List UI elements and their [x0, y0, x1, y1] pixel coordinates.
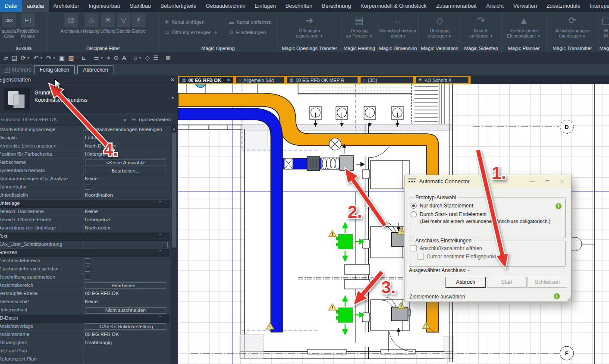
air-terminal-box[interactable] [340, 156, 354, 170]
radio-start-end-element[interactable]: Durch Start- und Endelement [411, 211, 487, 217]
menu-item-ansicht[interactable]: Ansicht [481, 0, 509, 12]
scroll-up-icon[interactable]: ▲ [171, 126, 177, 132]
menu-item-berechnung[interactable]: Berechnung [317, 0, 355, 12]
ribbon-button-nenndurchmesser-ndern[interactable]: ⇔Nenndurchmesserändern [380, 13, 417, 39]
menu-item-k-rpermodell-grundst-ck[interactable]: Körpermodell & Grundstück [356, 0, 432, 12]
property-value[interactable]: Unabhängig [85, 340, 169, 345]
ribbon-button-einstellungen[interactable]: ⚙Einstellungen [229, 29, 271, 35]
menu-item-stahlbau[interactable]: Stahlbau [125, 0, 156, 12]
property-value[interactable]: Bearbeiten... [85, 282, 169, 289]
ribbon-button--bergang-erzeugen[interactable]: ◇Übergangerzeugen ▼ [428, 13, 452, 39]
property-value[interactable] [85, 258, 169, 264]
property-button[interactable]: <Keine Auswahl> [85, 160, 166, 166]
menu-item-verwalten[interactable]: Verwalten [509, 0, 542, 12]
aligned-dimension-icon[interactable]: ⊾ [82, 54, 87, 61]
measure-icon[interactable]: ⚌ [94, 54, 99, 61]
checkbox-icon[interactable] [85, 267, 90, 272]
round-diffuser[interactable] [329, 138, 341, 150]
radio-icon[interactable] [411, 203, 417, 209]
property-value[interactable]: Keine [85, 299, 169, 304]
redo-icon[interactable]: ↷ [46, 54, 51, 61]
ribbon-button--ffnung-erzeugen[interactable]: ▭Öffnung erzeugen ▼ [164, 29, 217, 35]
property-button[interactable]: -CAx Ko Soliddarstellung [85, 323, 166, 330]
property-section-header[interactable]: Grenzen⌃ [0, 249, 170, 257]
open-file-icon[interactable]: ▱ [3, 54, 8, 61]
property-value[interactable]: Nach Disziplin [85, 143, 169, 148]
close-button[interactable]: Schliessen [527, 277, 567, 288]
property-button[interactable]: Bearbeiten... [85, 282, 166, 289]
ribbon-button-kanal-einf-gen[interactable]: ✚Kanal einfügen [164, 19, 217, 25]
collapse-icon[interactable]: ⌃ [158, 200, 162, 206]
ribbon-button-projectbox-panels[interactable]: ◰ProjectBoxPanels [17, 13, 39, 39]
radio-start-element[interactable]: Nur durch Startelement [411, 203, 473, 209]
maximize-icon[interactable]: □ [541, 175, 554, 188]
menu-item-zusammenarbeit[interactable]: Zusammenarbeit [431, 0, 481, 12]
property-value[interactable]: Bearbeiten... [85, 168, 169, 174]
ribbon-button-referenzierter-elementplaner[interactable]: ▲ReferenzierterElementplaner ▼ [507, 13, 541, 39]
menu-item-interoperabilit-ts-tools[interactable]: Interoperabilitäts Tools [585, 0, 609, 12]
collapse-icon[interactable]: ⌃ [158, 315, 162, 320]
property-value[interactable]: Nicht zuschneiden [85, 307, 169, 314]
chevron-down-icon[interactable]: ▼ [123, 118, 127, 122]
property-value[interactable] [85, 266, 169, 273]
property-value[interactable]: Keine [85, 176, 169, 181]
chevron-down-icon[interactable]: ▼ [171, 96, 175, 100]
property-value[interactable] [85, 184, 169, 191]
tag-icon[interactable]: ⊙ [114, 54, 119, 61]
chevron-down-icon[interactable]: ▼ [138, 56, 141, 60]
menu-item-zusatzmodule[interactable]: Zusatzmodule [542, 0, 585, 12]
menu-item-architektur[interactable]: Architektur [49, 0, 84, 12]
view-tab-00-eg-rfb-ok[interactable]: ▦00 EG RFB OK✕ [179, 76, 233, 84]
thin-lines-icon[interactable]: ☰ [153, 54, 159, 61]
view-selector[interactable]: Grundriss: 00 EG RFB OK [0, 117, 57, 122]
menu-item-beschriften[interactable]: Beschriften [281, 0, 317, 12]
property-value[interactable]: -CAx Ko Soliddarstellung [85, 323, 169, 330]
property-value[interactable]: 00 EG RFB OK [85, 332, 169, 337]
ribbon-button-architektur[interactable]: ▦Architektur [60, 13, 82, 34]
property-value[interactable]: Nach unten [85, 225, 169, 230]
menu-item-betonfertigteile[interactable]: Betonfertigteile [156, 0, 201, 12]
ribbon-button-auxalia-core[interactable]: :axauxaliaCore [2, 13, 16, 39]
abort-button[interactable]: Abbruch [446, 277, 486, 288]
default-3d-view-icon[interactable]: ⌂ [134, 54, 137, 61]
info-icon[interactable]: i [556, 203, 562, 209]
selected-air-terminal-2[interactable] [336, 308, 353, 323]
checkbox-icon[interactable] [85, 258, 90, 264]
ribbon-button-l-ftung[interactable]: ✳Lüftung [100, 13, 116, 34]
chevron-down-icon[interactable]: ▼ [100, 56, 104, 60]
scrollbar[interactable]: ▲ [171, 126, 177, 364]
menu-item-geb-udetechnik[interactable]: Gebäudetechnik [201, 0, 250, 12]
spot-elevation-icon[interactable]: ⌖ [107, 54, 110, 62]
view-tab-ko-schnitt-x[interactable]: ⚑KO Schnitt X [415, 76, 469, 84]
property-value[interactable]: Hintergrund [85, 151, 169, 157]
save-icon[interactable]: ▤ [12, 54, 17, 61]
multiple-checkbox[interactable]: ✓ Mehrere [4, 67, 31, 73]
ribbon-button-kanal-entfernen[interactable]: ▬Kanal entfernen [229, 19, 271, 25]
checkbox-icon[interactable] [85, 275, 90, 280]
checkbox-icon[interactable] [411, 245, 417, 251]
type-selector[interactable]: Grundriss Koordination Grundriss ▼ [0, 85, 178, 113]
property-value[interactable]: Keine [85, 209, 169, 214]
selected-air-terminal-1[interactable] [336, 234, 353, 249]
section-icon[interactable]: ◇ [145, 54, 150, 61]
property-button[interactable]: Bearbeiten... [85, 168, 166, 174]
checkbox-icon[interactable] [85, 185, 90, 190]
menu-item-einf-gen[interactable]: Einfügen [250, 0, 280, 12]
edit-type-button[interactable]: ⊞ Typ bearbeiten [132, 116, 171, 122]
checkbox-cursor-insert[interactable]: Cursor bestimmt Einfügepunkt [418, 254, 496, 260]
print-icon[interactable]: ▣ [59, 54, 65, 61]
ribbon-button-ansichtsvorlagen-bertragen[interactable]: ⟳Ansichtsvorlagenübertragen ▼ [555, 13, 590, 39]
ribbon-button-sanit-r[interactable]: ▽Sanitär [116, 13, 131, 34]
property-button[interactable]: Nicht zuschneiden [85, 307, 166, 314]
property-value[interactable] [85, 274, 169, 281]
ribbon-button-elektro[interactable]: ⚡Elektro [132, 13, 146, 34]
ribbon-button--ffnungen-exportieren[interactable]: ➔Öffnungenexportieren ▼ [296, 13, 323, 39]
ribbon-button-kan-le-umfahren[interactable]: ↷Kanäleumfahren ▼ [469, 13, 493, 39]
checkbox-icon[interactable] [163, 242, 168, 247]
property-value[interactable]: 00 EG RFB OK [85, 291, 169, 296]
resize-grip[interactable]: ◢ [567, 296, 571, 301]
menu-item-datei[interactable]: Datei [0, 0, 22, 12]
view-tab-00-eg-rfb-ok-mep-r[interactable]: ▦00 EG RFB OK MEP R [286, 76, 358, 84]
close-icon[interactable]: ✕ [227, 78, 230, 82]
checkbox-icon[interactable] [418, 254, 424, 260]
